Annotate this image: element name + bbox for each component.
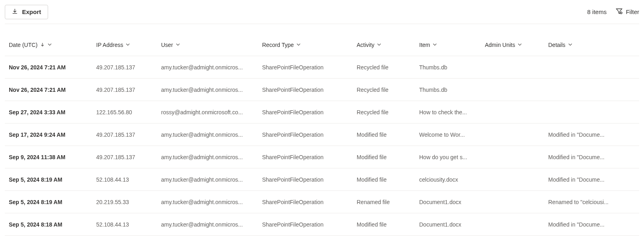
cell-date: Nov 26, 2024 7:21 AM — [5, 87, 96, 93]
svg-point-0 — [620, 12, 622, 14]
table-row[interactable]: Sep 17, 2024 9:24 AM49.207.185.137amy.tu… — [5, 123, 639, 146]
cell-details: Modified in "Docume... — [548, 221, 624, 228]
cell-user: amy.tucker@admight.onmicros... — [161, 176, 262, 183]
arrow-down-icon — [40, 42, 45, 48]
col-header-admin-label: Admin Units — [485, 42, 515, 48]
cell-user: amy.tucker@admight.onmicros... — [161, 154, 262, 160]
cell-item: How to check the... — [419, 109, 485, 115]
items-count: 8 items — [587, 8, 606, 15]
col-header-record[interactable]: Record Type — [262, 42, 357, 48]
cell-date: Sep 5, 2024 8:19 AM — [5, 199, 96, 205]
col-header-admin[interactable]: Admin Units — [485, 42, 548, 48]
cell-activity: Modified file — [357, 132, 419, 138]
cell-activity: Modified file — [357, 221, 419, 228]
cell-ip: 49.207.185.137 — [96, 154, 161, 160]
cell-ip: 20.219.55.33 — [96, 199, 161, 205]
cell-user: amy.tucker@admight.onmicros... — [161, 199, 262, 205]
cell-record: SharePointFileOperation — [262, 64, 357, 71]
cell-activity: Recycled file — [357, 87, 419, 93]
table-row[interactable]: Sep 9, 2024 11:38 AM49.207.185.137amy.tu… — [5, 146, 639, 168]
table-row[interactable]: Sep 5, 2024 8:18 AM52.108.44.13amy.tucke… — [5, 213, 639, 236]
col-header-activity[interactable]: Activity — [357, 42, 419, 48]
cell-details: Modified in "Docume... — [548, 176, 624, 183]
cell-record: SharePointFileOperation — [262, 87, 357, 93]
cell-item: Thumbs.db — [419, 87, 485, 93]
col-header-item-label: Item — [419, 42, 430, 48]
chevron-down-icon — [47, 42, 52, 48]
grid-header-row: Date (UTC) IP Address User Record Type A… — [5, 34, 639, 56]
col-header-user-label: User — [161, 42, 173, 48]
export-label: Export — [22, 8, 41, 15]
col-header-ip[interactable]: IP Address — [96, 42, 161, 48]
cell-user: amy.tucker@admight.onmicros... — [161, 221, 262, 228]
cell-activity: Modified file — [357, 154, 419, 160]
col-header-activity-label: Activity — [357, 42, 374, 48]
filter-icon — [616, 8, 623, 16]
cell-activity: Recycled file — [357, 64, 419, 71]
col-header-user[interactable]: User — [161, 42, 262, 48]
toolbar: Export 8 items Filter — [5, 0, 639, 24]
cell-ip: 52.108.44.13 — [96, 221, 161, 228]
table-row[interactable]: Sep 5, 2024 8:19 AM20.219.55.33amy.tucke… — [5, 191, 639, 213]
filter-label: Filter — [626, 8, 639, 15]
table-row[interactable]: Nov 26, 2024 7:21 AM49.207.185.137amy.tu… — [5, 79, 639, 101]
cell-item: Welcome to Wor... — [419, 132, 485, 138]
cell-date: Nov 26, 2024 7:21 AM — [5, 64, 96, 71]
audit-grid: Date (UTC) IP Address User Record Type A… — [5, 34, 639, 236]
download-icon — [12, 8, 18, 16]
cell-date: Sep 27, 2024 3:33 AM — [5, 109, 96, 115]
col-header-details-label: Details — [548, 42, 565, 48]
cell-date: Sep 9, 2024 11:38 AM — [5, 154, 96, 160]
cell-record: SharePointFileOperation — [262, 154, 357, 160]
cell-record: SharePointFileOperation — [262, 132, 357, 138]
col-header-ip-label: IP Address — [96, 42, 123, 48]
col-header-details[interactable]: Details — [548, 42, 624, 48]
cell-item: Thumbs.db — [419, 64, 485, 71]
col-header-item[interactable]: Item — [419, 42, 485, 48]
cell-user: rossy@admight.onmicrosoft.co... — [161, 109, 262, 115]
cell-activity: Modified file — [357, 176, 419, 183]
cell-ip: 49.207.185.137 — [96, 132, 161, 138]
cell-date: Sep 5, 2024 8:18 AM — [5, 221, 96, 228]
cell-ip: 49.207.185.137 — [96, 64, 161, 71]
cell-date: Sep 5, 2024 8:19 AM — [5, 176, 96, 183]
cell-details: Modified in "Docume... — [548, 132, 624, 138]
cell-activity: Recycled file — [357, 109, 419, 115]
cell-record: SharePointFileOperation — [262, 176, 357, 183]
col-header-date[interactable]: Date (UTC) — [5, 42, 96, 48]
cell-user: amy.tucker@admight.onmicros... — [161, 87, 262, 93]
cell-date: Sep 17, 2024 9:24 AM — [5, 132, 96, 138]
cell-item: Document1.docx — [419, 199, 485, 205]
cell-record: SharePointFileOperation — [262, 199, 357, 205]
cell-user: amy.tucker@admight.onmicros... — [161, 64, 262, 71]
chevron-down-icon — [296, 42, 301, 48]
chevron-down-icon — [125, 42, 130, 48]
chevron-down-icon — [176, 42, 180, 48]
cell-item: celciousity.docx — [419, 176, 485, 183]
cell-details: Renamed to "celciousi... — [548, 199, 624, 205]
col-header-record-label: Record Type — [262, 42, 294, 48]
cell-record: SharePointFileOperation — [262, 221, 357, 228]
cell-record: SharePointFileOperation — [262, 109, 357, 115]
grid-body: Nov 26, 2024 7:21 AM49.207.185.137amy.tu… — [5, 56, 639, 236]
col-header-date-label: Date (UTC) — [9, 42, 38, 48]
chevron-down-icon — [377, 42, 382, 48]
cell-user: amy.tucker@admight.onmicros... — [161, 132, 262, 138]
filter-button[interactable]: Filter — [616, 8, 639, 16]
cell-item: How do you get s... — [419, 154, 485, 160]
cell-ip: 122.165.56.80 — [96, 109, 161, 115]
cell-activity: Renamed file — [357, 199, 419, 205]
table-row[interactable]: Nov 26, 2024 7:21 AM49.207.185.137amy.tu… — [5, 56, 639, 79]
chevron-down-icon — [568, 42, 573, 48]
chevron-down-icon — [432, 42, 437, 48]
export-button[interactable]: Export — [5, 5, 48, 19]
cell-details: Modified in "Docume... — [548, 154, 624, 160]
cell-ip: 52.108.44.13 — [96, 176, 161, 183]
chevron-down-icon — [517, 42, 522, 48]
cell-item: Document1.docx — [419, 221, 485, 228]
cell-ip: 49.207.185.137 — [96, 87, 161, 93]
toolbar-right: 8 items Filter — [587, 8, 639, 16]
table-row[interactable]: Sep 5, 2024 8:19 AM52.108.44.13amy.tucke… — [5, 168, 639, 191]
table-row[interactable]: Sep 27, 2024 3:33 AM122.165.56.80rossy@a… — [5, 101, 639, 123]
